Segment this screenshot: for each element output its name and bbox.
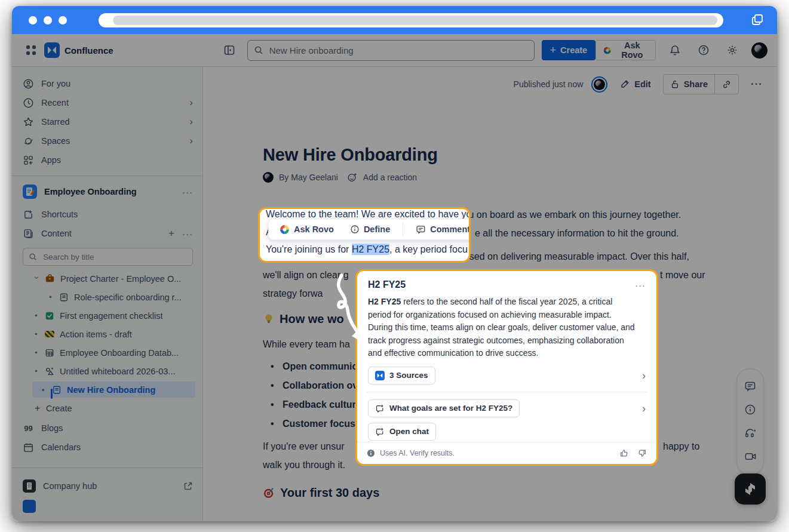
definition-card: H2 FY25 ··· H2 FY25 refers to the second…: [355, 269, 658, 466]
chat-add-icon: [375, 427, 385, 436]
suggested-question-button[interactable]: What goals are set for H2 FY25?: [368, 399, 520, 417]
spotlight-selected-line: You're joining us for H2 FY25, a key per…: [266, 244, 468, 255]
confluence-app: Confluence + Create: [12, 34, 777, 521]
comment-icon: [416, 225, 426, 235]
toolbar-define-button[interactable]: Define: [346, 224, 394, 235]
chevron-right-icon[interactable]: ›: [642, 370, 646, 381]
info-icon: [367, 449, 375, 457]
thumbs-up-icon[interactable]: [619, 448, 629, 458]
selection-toolbar: Ask Rovo Define Comment ···: [268, 219, 471, 240]
ai-disclaimer: Uses AI. Verify results.: [380, 449, 455, 457]
maximize-window-button[interactable]: [59, 16, 67, 24]
selection-spotlight: Welcome to the team! We are excited to h…: [258, 207, 471, 263]
confluence-logo-icon: [375, 371, 385, 380]
card-definition: H2 FY25 refers to the second half of the…: [368, 296, 638, 360]
open-chat-button[interactable]: Open chat: [368, 423, 436, 441]
annotation-arrow: [323, 270, 376, 366]
toolbar-divider: [403, 223, 403, 236]
selected-text: H2 FY25: [352, 244, 389, 255]
copy-tab-icon[interactable]: [751, 13, 764, 26]
toolbar-comment-button[interactable]: Comment: [412, 224, 471, 235]
chevron-right-icon[interactable]: ›: [642, 403, 646, 414]
close-window-button[interactable]: [29, 16, 37, 24]
info-circle-icon: [350, 225, 360, 234]
thumbs-down-icon[interactable]: [637, 448, 647, 458]
card-more-icon[interactable]: ···: [635, 280, 646, 290]
card-footer: Uses AI. Verify results.: [357, 442, 656, 464]
toolbar-ask-rovo-button[interactable]: Ask Rovo: [276, 224, 337, 235]
traffic-lights: [29, 16, 67, 24]
sources-button[interactable]: 3 Sources: [368, 367, 435, 385]
chat-add-icon: [375, 404, 385, 413]
card-divider: [367, 392, 647, 392]
browser-window: Confluence + Create: [12, 6, 777, 521]
minimize-window-button[interactable]: [44, 16, 52, 24]
address-bar[interactable]: [99, 13, 723, 27]
browser-chrome: [12, 6, 777, 34]
rovo-icon: [280, 225, 290, 235]
